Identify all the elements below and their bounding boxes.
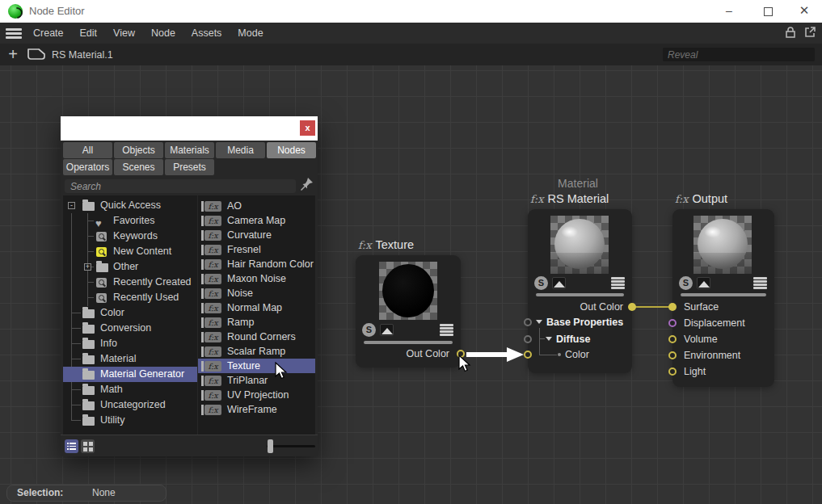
solo-icon[interactable]: S (362, 323, 376, 337)
node-group-icon[interactable] (26, 48, 47, 64)
displacement-row[interactable]: Displacement (684, 316, 745, 330)
node-menu-icon[interactable] (753, 277, 767, 289)
tree-item-recently-created[interactable]: Recently Created (63, 275, 197, 290)
wire-outcolor-to-surface[interactable] (635, 306, 673, 308)
tree-item-quick-access[interactable]: - Quick Access (63, 198, 197, 213)
tree-item-other[interactable]: + Other (63, 259, 197, 275)
output-node[interactable]: S Surface Displacement Volume Environmen… (672, 209, 774, 387)
texture-node[interactable]: S Out Color (356, 255, 461, 368)
menu-create[interactable]: Create (28, 27, 69, 39)
minimize-button[interactable]: – (713, 0, 745, 23)
light-port[interactable] (668, 368, 677, 376)
tree-item-math[interactable]: Math (63, 382, 197, 397)
volume-row[interactable]: Volume (684, 332, 718, 346)
lock-icon[interactable] (783, 25, 798, 40)
list-view-button[interactable] (65, 439, 78, 453)
list-item-noise[interactable]: f:xNoise (198, 286, 315, 300)
list-item-maxon-noise[interactable]: f:xMaxon Noise (198, 271, 315, 286)
collapse-caret-icon[interactable] (546, 337, 552, 341)
list-item-wireframe[interactable]: f:xWireFrame (198, 402, 315, 417)
list-item-fresnel[interactable]: f:xFresnel (198, 242, 315, 257)
menu-assets[interactable]: Assets (187, 27, 227, 39)
list-item-hair-random-color[interactable]: f:xHair Random Color (198, 257, 315, 271)
breadcrumb-material-name[interactable]: RS Material.1 (52, 49, 113, 61)
open-external-icon[interactable] (803, 25, 817, 40)
icon-size-slider-track[interactable] (267, 445, 315, 447)
displacement-port[interactable] (668, 319, 677, 327)
popup-close-button[interactable]: x (300, 120, 315, 136)
list-item-triplanar[interactable]: f:xTriPlanar (198, 373, 315, 388)
tab-objects[interactable]: Objects (114, 142, 163, 158)
tab-materials[interactable]: Materials (165, 142, 214, 158)
collapse-expander[interactable]: - (68, 202, 75, 209)
list-item-ramp[interactable]: f:xRamp (198, 315, 315, 330)
image-preview-icon[interactable] (380, 324, 394, 336)
tree-item-uncategorized[interactable]: Uncategorized (63, 397, 197, 413)
tree-item-info[interactable]: Info (63, 336, 197, 351)
tab-all[interactable]: All (63, 142, 112, 158)
tree-item-material[interactable]: Material (63, 351, 197, 367)
base-properties-row[interactable]: Base Properties (536, 315, 623, 330)
close-button[interactable]: ✕ (788, 0, 820, 23)
list-item-scalar-ramp[interactable]: f:xScalar Ramp (198, 344, 315, 359)
surface-row[interactable]: Surface (684, 300, 719, 314)
tab-nodes[interactable]: Nodes (267, 142, 316, 158)
list-item-camera-map[interactable]: f:xCamera Map (198, 213, 315, 228)
node-menu-icon[interactable] (611, 277, 625, 289)
collapse-caret-icon[interactable] (536, 320, 542, 324)
tab-operators[interactable]: Operators (63, 159, 112, 175)
maximize-button[interactable] (752, 0, 784, 23)
list-item-texture[interactable]: f:xTexture (198, 359, 315, 373)
tree-item-new-content[interactable]: New Content (63, 244, 197, 259)
list-item-ao[interactable]: f:xAO (198, 199, 315, 213)
tab-presets[interactable]: Presets (165, 159, 214, 175)
surface-port[interactable] (668, 303, 677, 311)
tab-media[interactable]: Media (216, 142, 265, 158)
title-bar[interactable]: Node Editor – ✕ (0, 0, 822, 23)
texture-outcolor-port[interactable] (457, 350, 465, 358)
tree-item-keywords[interactable]: Keywords (63, 229, 197, 244)
image-preview-icon[interactable] (697, 277, 710, 289)
base-properties-port[interactable] (524, 318, 532, 326)
menu-view[interactable]: View (108, 27, 140, 39)
menu-edit[interactable]: Edit (75, 27, 103, 39)
tree-item-material-generator[interactable]: Material Generator (63, 367, 197, 382)
grid-view-button[interactable] (81, 439, 95, 453)
diffuse-row[interactable]: Diffuse (546, 332, 590, 346)
node-menu-icon[interactable] (440, 324, 453, 336)
list-item-uv-projection[interactable]: f:xUV Projection (198, 388, 315, 402)
solo-icon[interactable]: S (534, 276, 548, 290)
image-preview-icon[interactable] (552, 277, 566, 289)
tree-item-favorites[interactable]: ♥ Favorites (63, 213, 197, 229)
list-item-round-corners[interactable]: f:xRound Corners (198, 330, 315, 344)
light-row[interactable]: Light (684, 364, 706, 379)
list-item-curvature[interactable]: f:xCurvature (198, 228, 315, 242)
rs-material-node[interactable]: S Out Color Base Properties Diffuse Colo… (528, 209, 632, 373)
solo-icon[interactable]: S (679, 276, 693, 290)
environment-port[interactable] (668, 351, 677, 359)
tree-item-conversion[interactable]: Conversion (63, 321, 197, 336)
hamburger-menu-icon[interactable] (6, 28, 22, 39)
menu-node[interactable]: Node (146, 27, 180, 39)
icon-size-slider-thumb[interactable] (268, 439, 273, 453)
texture-node-header[interactable]: f:xTexture (358, 238, 414, 251)
menu-mode[interactable]: Mode (233, 27, 268, 39)
output-node-header[interactable]: f:xOutput (675, 192, 727, 205)
tree-item-utility[interactable]: Utility (63, 413, 197, 428)
reveal-input[interactable] (663, 48, 815, 61)
pin-icon[interactable] (298, 176, 314, 194)
popup-title-bar[interactable] (61, 116, 318, 141)
rs-material-node-header[interactable]: f:xRS Material (530, 192, 609, 205)
list-item-normal-map[interactable]: f:xNormal Map (198, 300, 315, 315)
add-node-button[interactable]: + (5, 46, 21, 62)
rs-outcolor-port[interactable] (628, 303, 636, 311)
tree-item-color[interactable]: Color (63, 305, 197, 321)
tab-scenes[interactable]: Scenes (114, 159, 163, 175)
color-row[interactable]: Color (565, 347, 589, 362)
diffuse-port[interactable] (524, 335, 532, 343)
volume-port[interactable] (668, 335, 677, 343)
search-input[interactable] (65, 179, 296, 193)
expand-expander[interactable]: + (84, 263, 91, 271)
environment-row[interactable]: Environment (684, 348, 740, 363)
tree-item-recently-used[interactable]: Recently Used (63, 290, 197, 305)
